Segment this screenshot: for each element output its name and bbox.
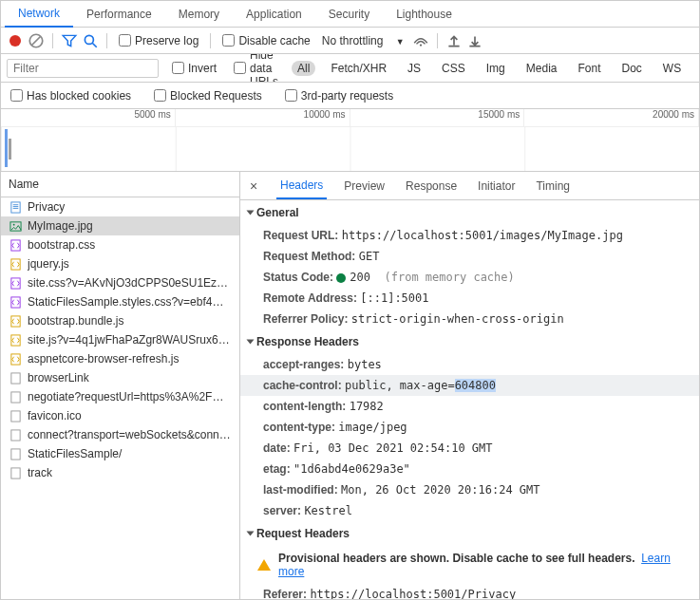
throttling-select[interactable]: No throttling ▼ [318,34,408,47]
preserve-log-checkbox[interactable]: Preserve log [115,34,202,47]
triangle-icon [247,211,255,216]
main-tabs: Network Performance Memory Application S… [1,1,699,28]
request-name: StaticFilesSample/ [28,447,232,460]
svg-rect-23 [10,467,19,478]
detail-body: General Request URL: https://localhost:5… [240,200,699,599]
main-tab-lighthouse[interactable]: Lighthouse [383,2,465,27]
request-name: site.css?v=AKvNjO3dCPPS0eSU1Ez8T2... [28,276,232,290]
request-name: aspnetcore-browser-refresh.js [28,352,232,366]
clear-button[interactable] [28,32,45,49]
request-row[interactable]: negotiate?requestUrl=https%3A%2F%2... [1,387,239,406]
filter-toggle-icon[interactable] [61,32,78,49]
request-list: PrivacyMyImage.jpgbootstrap.cssjquery.js… [1,197,239,482]
type-filter-js[interactable]: JS [402,61,426,76]
type-filter-doc[interactable]: Doc [615,61,647,76]
network-conditions-icon[interactable] [412,32,429,49]
other-file-icon [9,409,22,422]
separator [106,33,107,48]
request-name: bootstrap.css [28,238,232,252]
rh-server: server: Kestrel [240,500,699,521]
request-row[interactable]: bootstrap.bundle.js [1,311,239,330]
request-row[interactable]: browserLink [1,368,239,387]
request-row[interactable]: MyImage.jpg [1,216,239,235]
request-name: site.js?v=4q1jwFhaPaZgr8WAUSrux6hA... [28,333,232,347]
js-file-icon [9,314,22,328]
hide-data-urls-label: Hide data URLs [250,54,278,83]
type-filter-wasm[interactable]: Wasm [696,61,699,76]
request-row[interactable]: track [1,463,239,482]
other-file-icon [9,466,22,479]
request-row[interactable]: StaticFilesSample/ [1,444,239,463]
general-remote-address: Remote Address: [::1]:5001 [240,288,699,309]
detail-tab-initiator[interactable]: Initiator [474,174,519,198]
search-icon[interactable] [82,32,99,49]
request-row[interactable]: connect?transport=webSockets&conne... [1,425,239,444]
import-har-icon[interactable] [445,32,463,49]
filter-input[interactable] [7,59,159,78]
main-tab-performance[interactable]: Performance [73,2,165,27]
request-row[interactable]: site.css?v=AKvNjO3dCPPS0eSU1Ez8T2... [1,273,239,292]
section-request-headers[interactable]: Request Headers [240,521,699,546]
section-response-headers[interactable]: Response Headers [240,329,699,354]
request-row[interactable]: site.js?v=4q1jwFhaPaZgr8WAUSrux6hA... [1,330,239,349]
request-row[interactable]: favicon.ico [1,406,239,425]
svg-rect-19 [10,391,19,402]
other-file-icon [9,390,22,403]
svg-rect-21 [10,429,19,440]
timeline-overview[interactable]: 5000 ms 10000 ms 15000 ms 20000 ms [1,109,699,172]
main-tab-security[interactable]: Security [315,2,383,27]
name-column-header[interactable]: Name [1,172,239,197]
close-detail-button[interactable]: × [244,178,263,194]
request-row[interactable]: Privacy [1,197,239,216]
svg-rect-5 [10,201,19,212]
has-blocked-cookies-checkbox[interactable]: Has blocked cookies [7,89,135,103]
rh-accept-ranges: accept-ranges: bytes [240,354,699,375]
css-file-icon [9,295,22,309]
request-row[interactable]: aspnetcore-browser-refresh.js [1,349,239,368]
timeline-tick: 5000 ms [1,109,176,126]
type-filter-ws[interactable]: WS [657,61,687,76]
timeline-body [1,126,699,172]
filter-bar: Invert Hide data URLs All Fetch/XHR JS C… [1,54,699,83]
type-filter-font[interactable]: Font [572,61,606,76]
blocked-requests-label: Blocked Requests [170,89,262,103]
css-file-icon [9,276,22,290]
invert-label: Invert [188,62,217,75]
detail-tab-preview[interactable]: Preview [340,174,388,198]
type-filter-fetch[interactable]: Fetch/XHR [325,61,392,76]
main-tab-application[interactable]: Application [233,2,315,27]
rh-date: date: Fri, 03 Dec 2021 02:54:10 GMT [240,438,699,459]
general-request-url: Request URL: https://localhost:5001/imag… [240,225,699,246]
detail-tab-response[interactable]: Response [402,174,461,198]
request-row[interactable]: jquery.js [1,254,239,273]
type-filter-media[interactable]: Media [520,61,563,76]
main-tab-memory[interactable]: Memory [165,2,233,27]
disable-cache-checkbox[interactable]: Disable cache [218,34,313,47]
throttling-label: No throttling [322,34,384,47]
section-general-label: General [256,206,299,219]
request-name: jquery.js [28,257,232,271]
record-button[interactable] [7,32,24,49]
rh-content-type: content-type: image/jpeg [240,417,699,438]
section-general[interactable]: General [240,200,699,225]
third-party-checkbox[interactable]: 3rd-party requests [281,89,397,103]
export-har-icon[interactable] [466,32,483,49]
doc-file-icon [9,200,22,214]
timeline-bar [5,129,8,167]
request-row[interactable]: bootstrap.css [1,235,239,254]
provisional-warning-text: Provisional headers are shown. Disable c… [278,552,634,565]
blocked-requests-checkbox[interactable]: Blocked Requests [150,89,266,103]
detail-tab-timing[interactable]: Timing [532,174,574,198]
rh-content-length: content-length: 17982 [240,396,699,417]
request-name: browserLink [28,371,232,384]
type-filter-img[interactable]: Img [481,61,511,76]
request-row[interactable]: StaticFilesSample.styles.css?v=ebf4NvV..… [1,292,239,311]
detail-tab-headers[interactable]: Headers [276,173,327,199]
hide-data-urls-checkbox[interactable]: Hide data URLs [230,54,282,83]
svg-rect-20 [10,410,19,421]
type-filter-css[interactable]: CSS [436,61,471,76]
main-split: Name PrivacyMyImage.jpgbootstrap.cssjque… [1,172,699,599]
main-tab-network[interactable]: Network [5,1,73,28]
type-filter-all[interactable]: All [292,61,315,76]
invert-checkbox[interactable]: Invert [168,62,220,75]
